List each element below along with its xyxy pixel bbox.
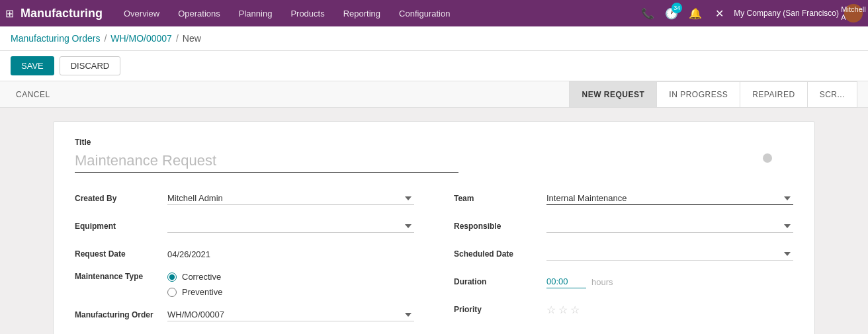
manufacturing-order-row: Manufacturing Order WH/MO/00007	[75, 305, 414, 325]
team-label: Team	[454, 194, 546, 203]
phone-icon[interactable]: 📞	[638, 4, 657, 22]
nav-overview[interactable]: Overview	[116, 0, 167, 26]
nav-configuration[interactable]: Configuration	[391, 0, 458, 26]
responsible-label: Responsible	[454, 222, 546, 231]
responsible-row: Responsible	[454, 216, 793, 236]
equipment-select[interactable]	[167, 220, 414, 233]
breadcrumb: Manufacturing Orders / WH/MO/00007 / New	[0, 26, 868, 51]
corrective-radio[interactable]	[167, 272, 177, 282]
status-tab-scr[interactable]: SCR...	[807, 81, 857, 108]
title-label: Title	[75, 138, 793, 147]
status-tab-new-request[interactable]: NEW REQUEST	[569, 81, 656, 108]
nav-items: Overview Operations Planning Products Re…	[116, 0, 638, 26]
duration-unit: hours	[591, 277, 613, 287]
team-select[interactable]: Internal Maintenance	[546, 192, 793, 205]
manufacturing-order-value: WH/MO/00007	[167, 308, 414, 321]
equipment-row: Equipment	[75, 216, 414, 236]
nav-reporting[interactable]: Reporting	[335, 0, 388, 26]
scheduled-date-row: Scheduled Date	[454, 244, 793, 264]
nav-planning[interactable]: Planning	[231, 0, 281, 26]
main-content: Title Created By Mitchell Admin Equipmen…	[0, 108, 868, 334]
close-icon[interactable]: ✕	[710, 4, 728, 22]
star-1[interactable]: ☆	[546, 304, 556, 316]
priority-row: Priority ☆ ☆ ☆	[454, 300, 793, 319]
company-row: Company My Company (San Francisco) ↗	[454, 327, 793, 334]
preventive-label[interactable]: Preventive	[182, 287, 222, 297]
request-date-value: 04/26/2021	[167, 249, 414, 259]
maintenance-type-label: Maintenance Type	[75, 272, 167, 281]
company-select[interactable]: My Company (San Francisco)	[546, 331, 783, 334]
corrective-radio-item: Corrective	[167, 272, 414, 282]
company-name: My Company (San Francisco)	[734, 9, 839, 18]
scheduled-date-select[interactable]	[546, 247, 793, 261]
created-by-label: Created By	[75, 194, 167, 203]
team-value: Internal Maintenance	[546, 192, 793, 205]
title-input[interactable]	[75, 149, 458, 173]
brand-name: Manufacturing	[21, 7, 103, 21]
duration-field: hours	[546, 275, 793, 288]
duration-value: hours	[546, 275, 793, 288]
cancel-button[interactable]: CANCEL	[11, 90, 56, 99]
priority-stars: ☆ ☆ ☆	[546, 304, 793, 316]
breadcrumb-manufacturing-orders[interactable]: Manufacturing Orders	[11, 33, 100, 44]
save-button[interactable]: SAVE	[11, 56, 54, 75]
form-body: Created By Mitchell Admin Equipment	[75, 188, 793, 334]
action-bar: SAVE DISCARD	[0, 51, 868, 81]
created-by-select[interactable]: Mitchell Admin	[167, 192, 414, 205]
team-row: Team Internal Maintenance	[454, 188, 793, 208]
maintenance-type-radio-group: Corrective Preventive	[167, 272, 414, 297]
request-date-label: Request Date	[75, 249, 167, 259]
form-right-col: Team Internal Maintenance Responsible	[454, 188, 793, 334]
created-by-value: Mitchell Admin	[167, 192, 414, 205]
duration-label: Duration	[454, 277, 546, 286]
maintenance-type-value: Corrective Preventive	[167, 272, 414, 297]
company-info[interactable]: My Company (San Francisco)	[734, 9, 839, 18]
priority-value: ☆ ☆ ☆	[546, 304, 793, 316]
nav-products[interactable]: Products	[282, 0, 332, 26]
status-dot	[763, 153, 772, 163]
clock-icon[interactable]: 🕐 34	[662, 4, 681, 22]
company-field: My Company (San Francisco) ↗	[546, 331, 793, 334]
request-date-row: Request Date 04/26/2021	[75, 244, 414, 264]
created-by-row: Created By Mitchell Admin	[75, 188, 414, 208]
manufacturing-order-label: Manufacturing Order	[75, 310, 167, 319]
activity-badge: 34	[672, 3, 682, 13]
form-left-col: Created By Mitchell Admin Equipment	[75, 188, 414, 334]
form-card: Title Created By Mitchell Admin Equipmen…	[53, 121, 815, 334]
top-nav: ⊞ Manufacturing Overview Operations Plan…	[0, 0, 868, 26]
status-tabs: NEW REQUEST IN PROGRESS REPAIRED SCR...	[569, 81, 857, 108]
nav-operations[interactable]: Operations	[170, 0, 228, 26]
manufacturing-order-select[interactable]: WH/MO/00007	[167, 308, 414, 321]
scheduled-date-label: Scheduled Date	[454, 249, 546, 259]
corrective-label[interactable]: Corrective	[182, 272, 221, 282]
grid-icon[interactable]: ⊞	[5, 7, 14, 20]
priority-label: Priority	[454, 305, 546, 314]
equipment-label: Equipment	[75, 222, 167, 231]
right-icons: 📞 🕐 34 🔔 ✕ My Company (San Francisco) Mi…	[638, 4, 863, 22]
equipment-value	[167, 220, 414, 233]
preventive-radio-item: Preventive	[167, 287, 414, 297]
breadcrumb-sep-1: /	[104, 33, 107, 44]
star-2[interactable]: ☆	[558, 304, 568, 316]
user-avatar[interactable]: Mitchell A	[844, 4, 863, 22]
breadcrumb-sep-2: /	[176, 33, 179, 44]
duration-input[interactable]	[546, 275, 586, 288]
bell-icon[interactable]: 🔔	[686, 4, 705, 22]
breadcrumb-mo-number[interactable]: WH/MO/00007	[110, 33, 172, 44]
status-tab-in-progress[interactable]: IN PROGRESS	[656, 81, 740, 108]
request-date-text: 04/26/2021	[167, 249, 210, 259]
responsible-select[interactable]	[546, 220, 793, 233]
scheduled-date-value	[546, 247, 793, 261]
responsible-value	[546, 220, 793, 233]
company-value: My Company (San Francisco) ↗	[546, 331, 793, 334]
preventive-radio[interactable]	[167, 288, 177, 297]
duration-row: Duration hours	[454, 272, 793, 292]
star-3[interactable]: ☆	[570, 304, 580, 316]
status-tab-repaired[interactable]: REPAIRED	[740, 81, 806, 108]
breadcrumb-current: New	[183, 33, 201, 44]
title-section: Title	[75, 138, 793, 173]
discard-button[interactable]: DISCARD	[60, 56, 121, 75]
maintenance-type-row: Maintenance Type Corrective Preventive	[75, 272, 414, 297]
status-bar: CANCEL NEW REQUEST IN PROGRESS REPAIRED …	[0, 81, 868, 108]
